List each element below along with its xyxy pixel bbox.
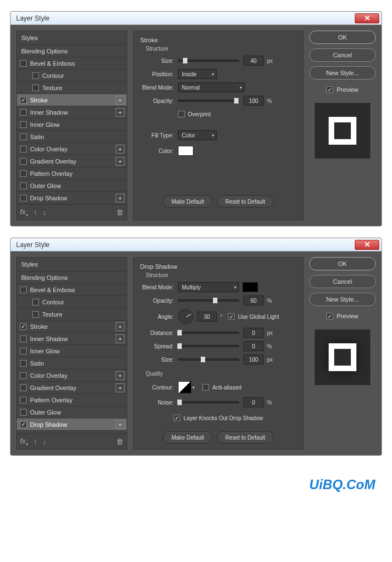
distance-input[interactable]: 0	[244, 328, 264, 338]
style-item-outer-glow[interactable]: Outer Glow	[17, 180, 127, 192]
style-item-satin[interactable]: Satin	[17, 357, 127, 369]
style-item-contour[interactable]: Contour	[17, 70, 127, 82]
add-effect-icon[interactable]: +	[116, 145, 125, 154]
style-item-drop-shadow[interactable]: Drop Shadow+	[17, 192, 127, 204]
style-checkbox[interactable]	[20, 183, 27, 189]
style-item-inner-shadow[interactable]: Inner Shadow+	[17, 333, 127, 345]
ok-button[interactable]: OK	[309, 257, 376, 270]
blendmode-select[interactable]: Multiply	[178, 282, 239, 292]
add-effect-icon[interactable]: +	[116, 420, 125, 429]
style-checkbox[interactable]	[20, 336, 27, 342]
style-checkbox[interactable]	[20, 409, 27, 416]
style-item-drop-shadow[interactable]: ✓Drop Shadow+	[17, 418, 127, 431]
size-input[interactable]: 100	[244, 354, 264, 364]
antialias-checkbox[interactable]: Anti-aliased	[202, 384, 241, 391]
style-checkbox[interactable]	[20, 372, 27, 379]
style-item-color-overlay[interactable]: Color Overlay+	[17, 369, 127, 382]
style-item-gradient-overlay[interactable]: Gradient Overlay+	[17, 155, 127, 167]
size-slider[interactable]	[178, 60, 239, 62]
opacity-input[interactable]: 60	[244, 295, 264, 305]
style-checkbox[interactable]: ✓	[20, 323, 27, 330]
style-item-pattern-overlay[interactable]: Pattern Overlay	[17, 167, 127, 180]
up-arrow-icon[interactable]: ↑	[33, 437, 37, 446]
fx-icon[interactable]: fx▾	[20, 437, 28, 447]
chevron-down-icon[interactable]: ▾	[192, 385, 195, 390]
global-light-checkbox[interactable]: ✓Use Global Light	[228, 313, 279, 320]
add-effect-icon[interactable]: +	[116, 322, 125, 331]
style-checkbox[interactable]	[20, 60, 27, 67]
style-checkbox[interactable]	[20, 195, 27, 201]
make-default-button[interactable]: Make Default	[163, 431, 212, 443]
preview-checkbox[interactable]: ✓Preview	[309, 313, 376, 319]
cancel-button[interactable]: Cancel	[309, 275, 376, 288]
style-item-color-overlay[interactable]: Color Overlay+	[17, 143, 127, 155]
blendmode-select[interactable]: Normal	[178, 82, 245, 92]
knocks-out-checkbox[interactable]: ✓Layer Knocks Out Drop Shadow	[173, 415, 263, 421]
style-checkbox[interactable]	[20, 170, 27, 177]
fx-icon[interactable]: fx▾	[20, 208, 28, 218]
add-effect-icon[interactable]: +	[116, 383, 125, 392]
style-item-pattern-overlay[interactable]: Pattern Overlay	[17, 394, 127, 406]
style-checkbox[interactable]	[20, 158, 27, 165]
style-item-stroke[interactable]: ✓Stroke+	[17, 321, 127, 333]
position-select[interactable]: Inside	[178, 69, 217, 79]
close-button[interactable]: ✕	[355, 13, 379, 23]
add-effect-icon[interactable]: +	[116, 96, 125, 105]
titlebar[interactable]: Layer Style ✕	[11, 12, 381, 25]
preview-checkbox[interactable]: ✓Preview	[309, 86, 376, 93]
close-button[interactable]: ✕	[355, 240, 379, 250]
size-slider[interactable]	[178, 358, 239, 361]
cancel-button[interactable]: Cancel	[309, 48, 376, 62]
add-effect-icon[interactable]: +	[116, 194, 125, 203]
up-arrow-icon[interactable]: ↑	[33, 208, 37, 216]
spread-input[interactable]: 0	[244, 341, 264, 351]
style-item-satin[interactable]: Satin	[17, 131, 127, 143]
trash-icon[interactable]: 🗑	[116, 437, 123, 446]
style-checkbox[interactable]	[20, 397, 27, 403]
add-effect-icon[interactable]: +	[116, 334, 125, 343]
trash-icon[interactable]: 🗑	[116, 208, 123, 216]
noise-input[interactable]: 0	[244, 397, 264, 407]
style-checkbox[interactable]	[20, 360, 27, 367]
style-checkbox[interactable]	[32, 85, 39, 91]
down-arrow-icon[interactable]: ↓	[43, 437, 47, 446]
shadow-color-swatch[interactable]	[242, 282, 258, 292]
style-item-contour[interactable]: Contour	[17, 296, 127, 308]
style-item-texture[interactable]: Texture	[17, 308, 127, 321]
blending-options[interactable]: Blending Options	[17, 45, 127, 57]
angle-input[interactable]: 30	[197, 312, 217, 322]
down-arrow-icon[interactable]: ↓	[43, 208, 47, 216]
angle-dial[interactable]	[178, 309, 193, 324]
add-effect-icon[interactable]: +	[116, 108, 125, 117]
style-checkbox[interactable]: ✓	[20, 421, 27, 428]
ok-button[interactable]: OK	[309, 31, 376, 44]
reset-default-button[interactable]: Reset to Default	[217, 431, 274, 443]
new-style-button[interactable]: New Style...	[309, 66, 376, 80]
style-item-texture[interactable]: Texture	[17, 82, 127, 94]
add-effect-icon[interactable]: +	[116, 157, 125, 166]
reset-default-button[interactable]: Reset to Default	[217, 195, 274, 208]
add-effect-icon[interactable]: +	[116, 371, 125, 380]
filltype-select[interactable]: Color	[178, 130, 217, 140]
style-item-stroke[interactable]: ✓Stroke+	[17, 94, 127, 106]
blending-options[interactable]: Blending Options	[17, 272, 127, 284]
noise-slider[interactable]	[178, 401, 239, 403]
opacity-slider[interactable]	[178, 299, 239, 302]
style-checkbox[interactable]	[32, 72, 39, 79]
spread-slider[interactable]	[178, 345, 239, 347]
style-checkbox[interactable]	[20, 287, 27, 293]
opacity-slider[interactable]	[178, 100, 239, 102]
style-item-bevel-emboss[interactable]: Bevel & Emboss	[17, 284, 127, 296]
titlebar[interactable]: Layer Style ✕	[11, 238, 381, 252]
style-checkbox[interactable]	[20, 146, 27, 152]
contour-picker[interactable]	[178, 381, 191, 393]
style-checkbox[interactable]	[20, 348, 27, 354]
style-item-inner-glow[interactable]: Inner Glow	[17, 119, 127, 131]
style-item-inner-glow[interactable]: Inner Glow	[17, 345, 127, 357]
style-item-bevel-emboss[interactable]: Bevel & Emboss	[17, 57, 127, 70]
overprint-checkbox[interactable]: Overprint	[178, 111, 211, 117]
style-checkbox[interactable]: ✓	[20, 97, 27, 103]
distance-slider[interactable]	[178, 332, 239, 334]
size-input[interactable]: 40	[244, 56, 264, 66]
style-checkbox[interactable]	[32, 311, 39, 318]
